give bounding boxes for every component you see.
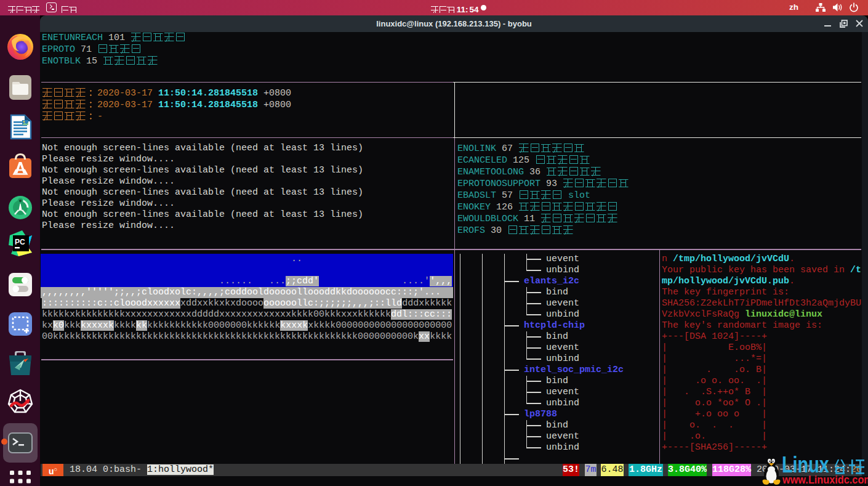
svg-text:PC: PC [15,238,25,246]
